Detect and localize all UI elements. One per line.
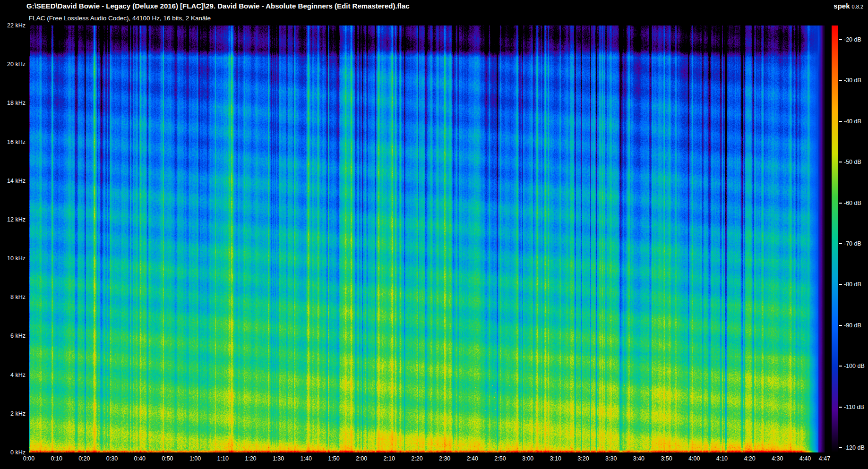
db-tick-mark — [839, 366, 842, 367]
time-tick-label: 4:00 — [688, 455, 700, 462]
time-tick-label: 1:00 — [189, 455, 201, 462]
time-tick-label: 1:20 — [245, 455, 256, 462]
db-tick-label: -120 dB — [844, 444, 865, 451]
time-tick-label: 0:40 — [134, 455, 146, 462]
frequency-tick-label: 20 kHz — [0, 61, 26, 68]
time-tick-label: 2:50 — [494, 455, 506, 462]
db-tick-mark — [839, 162, 842, 162]
spectrogram-plot — [29, 26, 825, 452]
db-tick-label: -40 dB — [844, 118, 861, 125]
frequency-tick-label: 22 kHz — [0, 22, 26, 29]
time-tick-label: 4:30 — [772, 455, 783, 462]
time-tick-label: 3:00 — [522, 455, 533, 462]
time-tick-label: 0:50 — [162, 455, 173, 462]
db-tick-mark — [839, 447, 842, 448]
db-tick-label: -30 dB — [844, 77, 861, 84]
app-brand: spek0.8.2 — [834, 2, 863, 10]
time-tick-label: 1:40 — [301, 455, 312, 462]
db-tick-label: -100 dB — [844, 363, 865, 369]
db-tick-mark — [839, 325, 842, 326]
frequency-tick-label: 14 kHz — [0, 178, 26, 184]
frequency-tick-label: 2 kHz — [0, 410, 26, 417]
frequency-tick-label: 0 kHz — [0, 449, 26, 456]
db-tick-mark — [839, 407, 842, 408]
time-tick-label: 1:50 — [328, 455, 339, 462]
db-tick-label: -90 dB — [844, 322, 861, 329]
frequency-tick-label: 16 kHz — [0, 139, 26, 145]
time-tick-label: 2:30 — [439, 455, 450, 462]
time-tick-label: 4:47 — [819, 455, 830, 462]
time-tick-label: 3:50 — [661, 455, 672, 462]
db-tick-mark — [839, 203, 842, 204]
time-tick-label: 3:30 — [605, 455, 617, 462]
app-version: 0.8.2 — [852, 4, 863, 9]
spectrogram-canvas — [29, 26, 825, 452]
db-tick-label: -70 dB — [844, 240, 861, 247]
db-tick-label: -110 dB — [844, 404, 864, 410]
frequency-tick-label: 10 kHz — [0, 255, 26, 262]
time-tick-label: 1:10 — [217, 455, 229, 462]
db-tick-label: -80 dB — [844, 281, 861, 288]
time-tick-label: 2:00 — [356, 455, 367, 462]
frequency-tick-label: 6 kHz — [0, 333, 26, 339]
db-tick-label: -20 dB — [844, 36, 861, 43]
time-tick-label: 2:10 — [384, 455, 395, 462]
db-colorbar — [832, 26, 838, 452]
time-tick-label: 3:20 — [577, 455, 589, 462]
frequency-tick-label: 12 kHz — [0, 216, 26, 223]
spek-window: G:\SEED\David Bowie - Legacy (Deluxe 201… — [0, 0, 868, 469]
time-tick-label: 3:40 — [633, 455, 645, 462]
file-path-title: G:\SEED\David Bowie - Legacy (Deluxe 201… — [26, 2, 409, 10]
db-tick-mark — [839, 80, 842, 81]
time-tick-label: 0:00 — [23, 455, 34, 462]
db-tick-mark — [839, 121, 842, 122]
db-tick-label: -50 dB — [844, 159, 861, 165]
db-tick-mark — [839, 284, 842, 285]
db-tick-mark — [839, 243, 842, 244]
time-tick-label: 0:30 — [106, 455, 118, 462]
audio-info-subtitle: FLAC (Free Lossless Audio Codec), 44100 … — [29, 15, 211, 22]
time-tick-label: 2:20 — [411, 455, 422, 462]
time-tick-label: 0:10 — [51, 455, 62, 462]
time-tick-label: 1:30 — [273, 455, 284, 462]
app-name: spek — [834, 2, 850, 10]
time-tick-label: 3:10 — [550, 455, 561, 462]
time-tick-label: 4:40 — [799, 455, 811, 462]
time-tick-label: 0:20 — [78, 455, 90, 462]
db-tick-mark — [839, 39, 842, 40]
frequency-tick-label: 8 kHz — [0, 294, 26, 300]
frequency-tick-label: 18 kHz — [0, 100, 26, 106]
time-tick-label: 4:10 — [716, 455, 728, 462]
time-tick-label: 4:20 — [744, 455, 755, 462]
db-tick-label: -60 dB — [844, 200, 861, 206]
time-tick-label: 2:40 — [467, 455, 478, 462]
frequency-tick-label: 4 kHz — [0, 372, 26, 378]
